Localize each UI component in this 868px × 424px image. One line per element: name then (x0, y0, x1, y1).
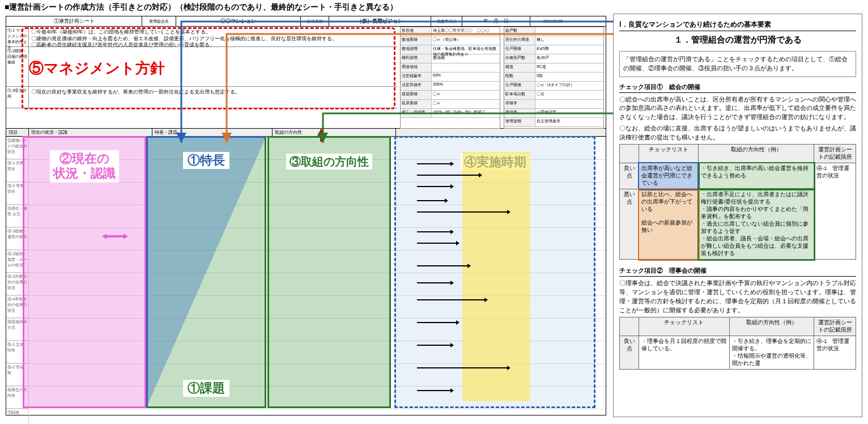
spec-key: 敷地面積 (401, 36, 432, 45)
overlay-1-feature-issue: ①特長 ①課題 (146, 136, 266, 408)
spec-key: 法定容積率 (401, 82, 432, 90)
col-h-2: 現在の状況・認識 (29, 129, 152, 136)
spec-key: 住棟別戸数 (504, 54, 535, 63)
date-label: 策定年月日 (431, 16, 462, 26)
spec-key: 建築率 (504, 109, 535, 117)
revision: 2019/00/00 (530, 16, 576, 26)
guide-check1-p1: 〇総会への出席率が高いことは、区分所有者が所有するマンションへの関心や管理への参… (619, 95, 856, 122)
guide-table-1: チェックリスト 取組の方向性（例） 運営計画シートの記載箇所 良い点 出席率が高… (619, 144, 856, 260)
spec-right: 総戸数居住外の用途無し住戸面積約45際住棟別戸数各28戸構造RC造階数5階住戸面… (504, 27, 604, 129)
overlay-3-label: ③取組の方向性 (286, 154, 372, 169)
column-header-strip: 項目 現在の状況・認識 特長・課題 取組の方向性 (6, 129, 606, 137)
tbl1-h-loc: 運営計画シートの記載箇所 (814, 145, 856, 163)
spec-val: 埼玉県〇〇市大字〇〇 〇〇-〇 (432, 27, 500, 36)
overlay-1b-label: ①課題 (183, 380, 229, 397)
pink-double-arrow-icon (102, 234, 128, 239)
guide-heading-main: １．管理組合の運営が円滑である (619, 35, 856, 45)
spec-key: 構造 (504, 63, 535, 72)
tbl1-good-dir: ・引き続き、出席率の高い総会運営を維持できるよう努める (699, 163, 814, 189)
overlay-5-label: ⑤マネジメント方針 (29, 60, 165, 77)
red-up-arrow-icon (317, 128, 325, 136)
spec-tables: 所在地埼玉県〇〇市大字〇〇 〇〇-〇敷地面積〇㎡（登記簿）敷地形態住棟・集会棟敷… (400, 27, 604, 129)
spec-val: 60% (432, 73, 500, 81)
spec-key: 駐車場台数 (504, 91, 535, 99)
sheet-header: ①運営計画シート 管理組合名 〇〇マンション 計画名称 （仮）長期ビジョン 策定… (6, 16, 606, 27)
mgmt-org-label: 管理組合名 (142, 16, 176, 26)
col-h-3: 特長・課題 (152, 129, 273, 136)
guide-table-2: チェックリスト 取組の方向性（例） 運営計画シートの記載箇所 良い点 ・理事会を… (619, 317, 856, 370)
spec-key: 住戸面積 (504, 45, 535, 54)
spec-val: 〇㎡ (432, 100, 500, 108)
tbl1-good-check: 出席率が高いなど総会運営が円滑にできている (639, 163, 699, 189)
spec-val: 約45際 (535, 45, 603, 54)
spec-val (535, 27, 603, 36)
tbl2-h-loc: 運営計画シートの記載箇所 (814, 317, 856, 336)
tbl2-loc: ④-1 管理運営の状況 (814, 336, 856, 370)
page-title: ■運営計画シートの作成方法（手引きとの対応）（検討段階のものであり、最終的なシー… (5, 2, 398, 12)
overlay-4-timing: ④実施時期 (394, 136, 595, 408)
spec-key: 所在地 (401, 27, 432, 36)
spec-val: 住棟・集会棟敷地、駐車場を有地敷地の都度集約等あり (432, 45, 500, 54)
spec-key: 階数 (504, 73, 535, 81)
tbl1-loc: ④-1 管理運営の状況 (814, 163, 856, 260)
spec-val: 一団地認定 (535, 109, 603, 117)
spec-key: 容積率 (504, 100, 535, 108)
spec-val: 敷地権 (432, 54, 500, 63)
spec-key: 竣工・供給年 (401, 109, 432, 117)
spec-key: 建築面積 (401, 91, 432, 99)
tbl2-good-label: 良い点 (620, 336, 639, 370)
spec-val: 〇㎡（4タイプの計） (535, 82, 603, 90)
mgmt-org-name: 〇〇マンション (176, 16, 301, 26)
spec-val: 200% (432, 82, 500, 90)
spec-val: 5階 (535, 73, 603, 81)
spec-key: 法定建蔽率 (401, 73, 432, 81)
guide-panel: Ⅰ．良質なマンションであり続けるための基本要素 １．管理組合の運営が円滑である … (613, 14, 862, 417)
guide-check1-p2: 〇なお、総会の場に直接、出席するほうが望ましいのはいうまでもありませんが、議決権… (619, 124, 856, 142)
row-label: ⑦財政 (6, 409, 29, 424)
spec-val: 各28戸 (535, 54, 603, 63)
tbl1-h-check: チェックリスト (639, 145, 699, 163)
spec-val: RC造 (535, 63, 603, 72)
spec-key: 権利形態 (401, 54, 432, 63)
spec-key: 敷地形態 (401, 45, 432, 54)
spec-left: 所在地埼玉県〇〇市大字〇〇 〇〇-〇敷地面積〇㎡（登記簿）敷地形態住棟・集会棟敷… (400, 27, 500, 129)
overlay-2-label: ②現在の 状況・認識 (50, 150, 119, 183)
col-h-5 (396, 129, 606, 136)
overlay-2-current-status: ②現在の 状況・認識 (23, 136, 146, 408)
plan-name: （仮）長期ビジョン (329, 16, 431, 26)
date-value: 年 月 日 (462, 16, 530, 26)
spec-key: 住戸面積 (504, 82, 535, 90)
tbl1-good-label: 良い点 (620, 163, 639, 189)
guide-heading-small: Ⅰ．良質なマンションであり続けるための基本要素 (619, 20, 856, 31)
tbl1-bad-label: 悪い点 (620, 189, 639, 260)
tbl1-bad-dir: ・出席者不足により、出席者またはに議決権行使書/委任状を提出する ・議事の内容を… (699, 189, 814, 260)
guide-intro: 「管理組合の運営が円滑である」ことをチェックするための項目として、①総会の開催、… (619, 51, 856, 77)
tbl2-good-dir: ・引き続き、理事会を定期的に開催する。 ・情報開示や運営の透明化等、開かれた運 (729, 336, 814, 370)
spec-val (535, 100, 603, 108)
spec-val: 自主管理基準 (535, 118, 603, 126)
col-h-1: 項目 (6, 129, 29, 136)
tbl1-bad-check: 以前と比べ、総会への出席率が下がっている 総会への新規参加が無い (639, 189, 699, 260)
tbl2-h-check: チェックリスト (639, 317, 730, 336)
plan-name-label: 計画名称 (301, 16, 329, 26)
spec-key: 延床面積 (401, 100, 432, 108)
sheet-label: ①運営計画シート (6, 16, 142, 26)
spec-key: 総戸数 (504, 27, 535, 36)
overlay-3-direction: ③取組の方向性 (267, 136, 391, 408)
overlay-1a-label: ①特長 (183, 152, 229, 169)
spec-val: 〇台 (535, 91, 603, 99)
tbl2-good-check: ・理事会を月１回程度の頻度で開催している。 (639, 336, 730, 370)
guide-check1-title: チェック項目① 総会の開催 (619, 82, 856, 93)
guide-check2-p: 〇理事会は、総会で決議された事業計画や予算の執行やマンション内のトラブル対応等、… (619, 279, 856, 315)
tbl1-h-dir: 取組の方向性（例） (699, 145, 814, 163)
spec-val: 〇㎡ (432, 91, 500, 99)
spec-val (432, 63, 500, 72)
spec-val: 〇㎡（登記簿） (432, 36, 500, 45)
spec-key: 用途地域 (401, 63, 432, 72)
guide-check2-title: チェック項目② 理事会の開催 (619, 265, 856, 277)
overlay-4-label: ④実施時期 (461, 154, 530, 171)
spec-val: 無し (535, 36, 603, 45)
overlay-5-management-policy: ⑤マネジメント方針 (22, 27, 395, 109)
spec-key: 管理形態 (504, 118, 535, 126)
col-h-4: 取組の方向性 (273, 129, 396, 136)
